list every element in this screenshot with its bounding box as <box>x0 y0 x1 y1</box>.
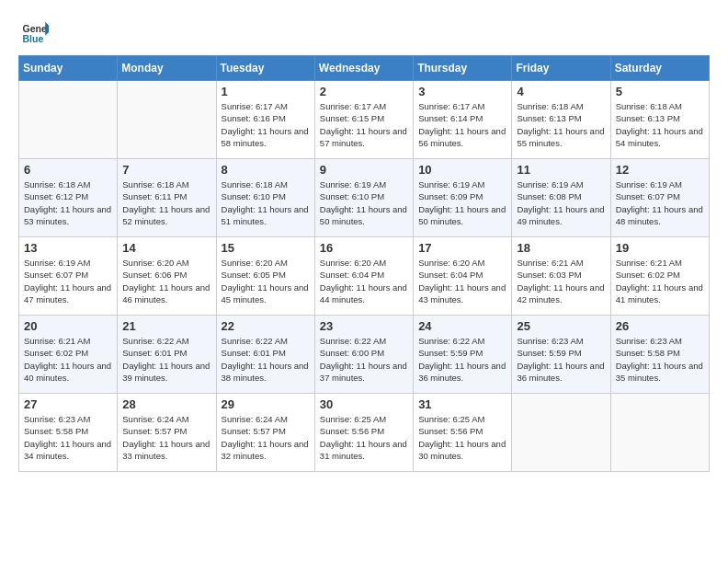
calendar-cell: 21Sunrise: 6:22 AM Sunset: 6:01 PM Dayli… <box>118 316 216 394</box>
day-number: 27 <box>24 397 112 411</box>
calendar-cell: 19Sunrise: 6:21 AM Sunset: 6:02 PM Dayli… <box>610 237 709 316</box>
day-number: 9 <box>320 163 408 177</box>
calendar-week-row: 20Sunrise: 6:21 AM Sunset: 6:02 PM Dayli… <box>19 316 710 394</box>
day-number: 16 <box>320 241 408 255</box>
calendar-cell: 20Sunrise: 6:21 AM Sunset: 6:02 PM Dayli… <box>19 316 118 394</box>
calendar-cell: 31Sunrise: 6:25 AM Sunset: 5:56 PM Dayli… <box>414 394 512 472</box>
day-number: 29 <box>222 397 310 411</box>
calendar-cell <box>512 394 610 472</box>
day-header-tuesday: Tuesday <box>216 56 314 81</box>
calendar-cell: 23Sunrise: 6:22 AM Sunset: 6:00 PM Dayli… <box>314 316 413 394</box>
day-info: Sunrise: 6:19 AM Sunset: 6:07 PM Dayligh… <box>616 178 704 227</box>
day-number: 8 <box>222 163 310 177</box>
calendar-cell: 29Sunrise: 6:24 AM Sunset: 5:57 PM Dayli… <box>216 394 314 472</box>
day-number: 25 <box>517 319 605 333</box>
calendar-cell: 14Sunrise: 6:20 AM Sunset: 6:06 PM Dayli… <box>118 237 216 316</box>
day-number: 28 <box>122 397 210 411</box>
day-info: Sunrise: 6:18 AM Sunset: 6:10 PM Dayligh… <box>222 178 310 227</box>
day-header-wednesday: Wednesday <box>314 56 413 81</box>
day-number: 1 <box>222 85 310 98</box>
day-number: 21 <box>122 319 210 333</box>
day-number: 7 <box>122 163 210 177</box>
day-number: 13 <box>24 241 112 255</box>
calendar-cell: 7Sunrise: 6:18 AM Sunset: 6:11 PM Daylig… <box>118 159 216 237</box>
calendar-cell: 6Sunrise: 6:18 AM Sunset: 6:12 PM Daylig… <box>19 159 118 237</box>
day-info: Sunrise: 6:18 AM Sunset: 6:13 PM Dayligh… <box>517 100 605 149</box>
calendar-cell: 24Sunrise: 6:22 AM Sunset: 5:59 PM Dayli… <box>414 316 512 394</box>
calendar-cell: 10Sunrise: 6:19 AM Sunset: 6:09 PM Dayli… <box>414 159 512 237</box>
day-info: Sunrise: 6:23 AM Sunset: 5:59 PM Dayligh… <box>517 335 605 384</box>
day-info: Sunrise: 6:25 AM Sunset: 5:56 PM Dayligh… <box>320 413 408 462</box>
day-header-friday: Friday <box>512 56 610 81</box>
calendar-cell: 3Sunrise: 6:17 AM Sunset: 6:14 PM Daylig… <box>414 81 512 159</box>
day-info: Sunrise: 6:22 AM Sunset: 5:59 PM Dayligh… <box>418 335 506 384</box>
calendar-cell: 16Sunrise: 6:20 AM Sunset: 6:04 PM Dayli… <box>314 237 413 316</box>
day-info: Sunrise: 6:21 AM Sunset: 6:02 PM Dayligh… <box>24 335 112 384</box>
day-header-thursday: Thursday <box>414 56 512 81</box>
logo-icon: General Blue <box>21 18 49 46</box>
day-info: Sunrise: 6:24 AM Sunset: 5:57 PM Dayligh… <box>222 413 310 462</box>
day-info: Sunrise: 6:17 AM Sunset: 6:15 PM Dayligh… <box>320 100 408 149</box>
day-number: 10 <box>418 163 506 177</box>
calendar-cell: 11Sunrise: 6:19 AM Sunset: 6:08 PM Dayli… <box>512 159 610 237</box>
day-info: Sunrise: 6:18 AM Sunset: 6:12 PM Dayligh… <box>24 178 112 227</box>
calendar-week-row: 13Sunrise: 6:19 AM Sunset: 6:07 PM Dayli… <box>19 237 710 316</box>
calendar-cell: 28Sunrise: 6:24 AM Sunset: 5:57 PM Dayli… <box>118 394 216 472</box>
svg-text:Blue: Blue <box>23 33 44 44</box>
day-info: Sunrise: 6:20 AM Sunset: 6:04 PM Dayligh… <box>320 257 408 305</box>
day-info: Sunrise: 6:19 AM Sunset: 6:08 PM Dayligh… <box>517 178 605 227</box>
day-number: 15 <box>222 241 310 255</box>
day-number: 20 <box>24 319 112 333</box>
day-info: Sunrise: 6:20 AM Sunset: 6:05 PM Dayligh… <box>222 257 310 305</box>
day-header-monday: Monday <box>118 56 216 81</box>
day-info: Sunrise: 6:19 AM Sunset: 6:07 PM Dayligh… <box>24 257 112 305</box>
header: General Blue <box>18 18 710 46</box>
day-number: 3 <box>418 85 506 98</box>
calendar-cell: 18Sunrise: 6:21 AM Sunset: 6:03 PM Dayli… <box>512 237 610 316</box>
logo: General Blue <box>18 18 49 46</box>
calendar-cell <box>19 81 118 159</box>
calendar-cell <box>118 81 216 159</box>
day-number: 26 <box>616 319 704 333</box>
day-number: 4 <box>517 85 605 98</box>
day-info: Sunrise: 6:22 AM Sunset: 6:01 PM Dayligh… <box>122 335 210 384</box>
day-number: 19 <box>616 241 704 255</box>
calendar-cell: 22Sunrise: 6:22 AM Sunset: 6:01 PM Dayli… <box>216 316 314 394</box>
day-info: Sunrise: 6:21 AM Sunset: 6:03 PM Dayligh… <box>517 257 605 305</box>
calendar-cell: 25Sunrise: 6:23 AM Sunset: 5:59 PM Dayli… <box>512 316 610 394</box>
day-header-sunday: Sunday <box>19 56 118 81</box>
calendar-cell: 4Sunrise: 6:18 AM Sunset: 6:13 PM Daylig… <box>512 81 610 159</box>
calendar-cell <box>610 394 709 472</box>
day-number: 17 <box>418 241 506 255</box>
calendar-cell: 2Sunrise: 6:17 AM Sunset: 6:15 PM Daylig… <box>314 81 413 159</box>
calendar-week-row: 1Sunrise: 6:17 AM Sunset: 6:16 PM Daylig… <box>19 81 710 159</box>
calendar-cell: 27Sunrise: 6:23 AM Sunset: 5:58 PM Dayli… <box>19 394 118 472</box>
day-number: 31 <box>418 397 506 411</box>
calendar-week-row: 27Sunrise: 6:23 AM Sunset: 5:58 PM Dayli… <box>19 394 710 472</box>
day-info: Sunrise: 6:20 AM Sunset: 6:04 PM Dayligh… <box>418 257 506 305</box>
day-info: Sunrise: 6:18 AM Sunset: 6:11 PM Dayligh… <box>122 178 210 227</box>
day-info: Sunrise: 6:17 AM Sunset: 6:14 PM Dayligh… <box>418 100 506 149</box>
calendar-cell: 26Sunrise: 6:23 AM Sunset: 5:58 PM Dayli… <box>610 316 709 394</box>
day-number: 14 <box>122 241 210 255</box>
calendar: SundayMondayTuesdayWednesdayThursdayFrid… <box>18 55 710 472</box>
day-info: Sunrise: 6:25 AM Sunset: 5:56 PM Dayligh… <box>418 413 506 462</box>
calendar-cell: 30Sunrise: 6:25 AM Sunset: 5:56 PM Dayli… <box>314 394 413 472</box>
day-info: Sunrise: 6:23 AM Sunset: 5:58 PM Dayligh… <box>24 413 112 462</box>
day-number: 2 <box>320 85 408 98</box>
calendar-week-row: 6Sunrise: 6:18 AM Sunset: 6:12 PM Daylig… <box>19 159 710 237</box>
day-number: 6 <box>24 163 112 177</box>
day-number: 30 <box>320 397 408 411</box>
day-number: 11 <box>517 163 605 177</box>
calendar-header-row: SundayMondayTuesdayWednesdayThursdayFrid… <box>19 56 710 81</box>
calendar-cell: 15Sunrise: 6:20 AM Sunset: 6:05 PM Dayli… <box>216 237 314 316</box>
day-info: Sunrise: 6:21 AM Sunset: 6:02 PM Dayligh… <box>616 257 704 305</box>
day-info: Sunrise: 6:19 AM Sunset: 6:10 PM Dayligh… <box>320 178 408 227</box>
calendar-cell: 8Sunrise: 6:18 AM Sunset: 6:10 PM Daylig… <box>216 159 314 237</box>
day-number: 18 <box>517 241 605 255</box>
day-number: 12 <box>616 163 704 177</box>
day-number: 24 <box>418 319 506 333</box>
day-info: Sunrise: 6:19 AM Sunset: 6:09 PM Dayligh… <box>418 178 506 227</box>
calendar-cell: 1Sunrise: 6:17 AM Sunset: 6:16 PM Daylig… <box>216 81 314 159</box>
day-info: Sunrise: 6:18 AM Sunset: 6:13 PM Dayligh… <box>616 100 704 149</box>
